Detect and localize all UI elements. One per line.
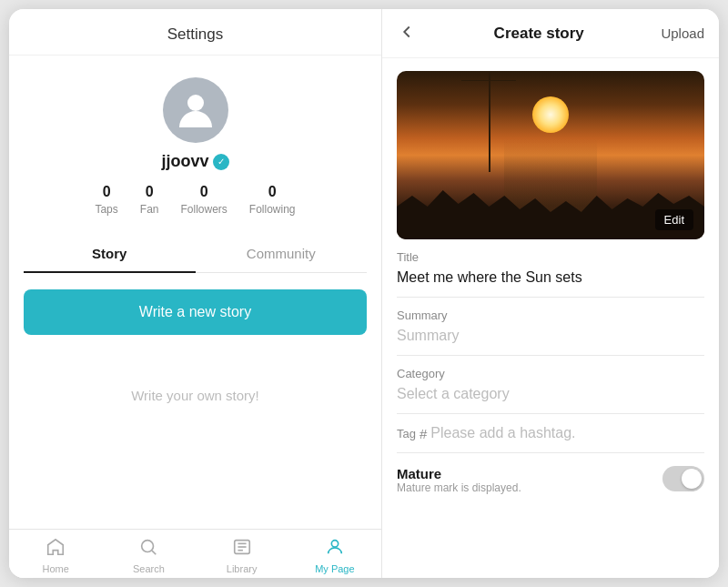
tabs-row: Story Community (24, 235, 367, 273)
library-label: Library (227, 563, 258, 574)
story-image[interactable]: Edit (397, 71, 704, 239)
stat-following: 0 Following (249, 184, 296, 217)
hash-symbol: # (420, 426, 427, 441)
upload-button[interactable]: Upload (661, 25, 704, 41)
title-field-group: Title Meet me where the Sun sets (397, 239, 704, 298)
svg-point-0 (187, 95, 204, 111)
tag-input[interactable] (430, 425, 704, 441)
nav-home[interactable]: Home (9, 537, 102, 574)
tag-label: Tag (397, 427, 416, 440)
fan-label: Fan (140, 203, 159, 216)
title-value[interactable]: Meet me where the Sun sets (397, 269, 704, 286)
username-row: jjoovv ✓ (161, 152, 228, 171)
fan-count: 0 (140, 184, 159, 200)
svg-line-2 (153, 551, 157, 554)
followers-label: Followers (180, 203, 227, 216)
search-icon (138, 537, 158, 561)
tab-community[interactable]: Community (196, 235, 368, 272)
taps-count: 0 (95, 184, 117, 200)
back-button[interactable] (397, 22, 417, 45)
profile-section: jjoovv ✓ 0 Taps 0 Fan 0 Followers 0 (9, 56, 381, 235)
avatar-icon (176, 87, 216, 133)
mature-subtitle: Mature mark is displayed. (397, 481, 521, 494)
svg-point-1 (142, 541, 154, 552)
right-header: Create story Upload (382, 9, 719, 58)
avatar (163, 77, 228, 143)
story-form: Title Meet me where the Sun sets Summary… (382, 239, 719, 578)
stats-row: 0 Taps 0 Fan 0 Followers 0 Following (95, 184, 295, 217)
verified-icon: ✓ (213, 154, 229, 170)
left-panel: Settings jjoovv ✓ 0 Taps (9, 9, 382, 578)
taps-label: Taps (95, 203, 117, 216)
nav-library[interactable]: Library (196, 537, 288, 574)
mature-row: Mature Mature mark is displayed. (397, 453, 704, 507)
powerline-decoration (489, 71, 490, 172)
nav-mypage[interactable]: My Page (288, 537, 381, 574)
summary-field-group: Summary (397, 298, 704, 356)
title-label: Title (397, 250, 704, 264)
stat-followers: 0 Followers (180, 184, 227, 217)
right-panel: Create story Upload Edit Title Meet me w… (382, 9, 719, 578)
settings-title: Settings (167, 25, 223, 43)
write-new-story-button[interactable]: Write a new story (24, 289, 367, 335)
left-header: Settings (9, 9, 381, 56)
bottom-nav: Home Search (9, 529, 381, 578)
summary-input[interactable] (397, 328, 704, 344)
category-label: Category (397, 367, 704, 380)
following-label: Following (249, 203, 296, 216)
create-story-title: Create story (494, 25, 584, 43)
username: jjoovv (161, 152, 208, 171)
tag-field-group: Tag # (397, 414, 704, 453)
svg-point-7 (331, 541, 338, 547)
edit-badge[interactable]: Edit (655, 209, 693, 230)
search-label: Search (133, 563, 165, 574)
empty-story-message: Write your own story! (9, 388, 381, 403)
library-icon (232, 537, 252, 561)
stat-fan: 0 Fan (140, 184, 159, 217)
category-input[interactable] (397, 386, 704, 402)
summary-label: Summary (397, 309, 704, 322)
tab-story[interactable]: Story (24, 235, 196, 272)
mypage-icon (325, 537, 345, 561)
home-label: Home (42, 563, 68, 574)
home-icon (46, 537, 66, 561)
toggle-knob (682, 469, 702, 489)
following-count: 0 (249, 184, 296, 200)
followers-count: 0 (180, 184, 227, 200)
stat-taps: 0 Taps (95, 184, 117, 217)
category-field-group: Category (397, 356, 704, 414)
nav-search[interactable]: Search (102, 537, 195, 574)
mature-title: Mature (397, 466, 521, 481)
mypage-label: My Page (315, 563, 354, 574)
mature-texts: Mature Mature mark is displayed. (397, 466, 521, 494)
mature-toggle[interactable] (662, 466, 704, 491)
